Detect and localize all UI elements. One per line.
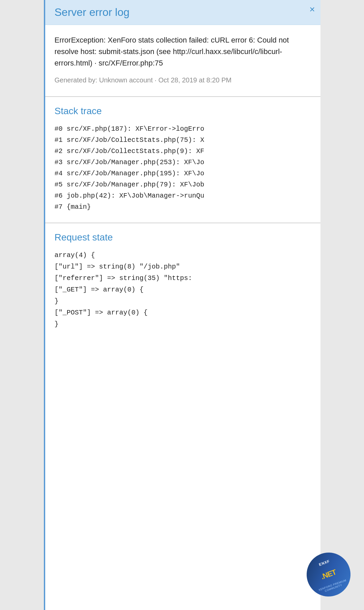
modal-container: Server error log × ErrorException: XenFo… [44,0,320,610]
request-line-5: ["_POST"] => array(0) { [55,307,311,319]
request-line-0: array(4) { [55,250,311,261]
stack-line-6: #6 job.php(42): XF\Job\Manager->runQu [55,190,311,201]
modal-header: Server error log × [45,0,320,25]
error-section: ErrorException: XenForo stats collection… [45,25,320,97]
close-button[interactable]: × [309,5,315,14]
stack-trace-section: Stack trace #0 src/XF.php(187): XF\Error… [45,97,320,223]
request-line-6: } [55,319,311,330]
error-message: ErrorException: XenForo stats collection… [55,34,311,69]
request-line-4: } [55,296,311,307]
stack-line-3: #3 src/XF/Job/Manager.php(253): XF\Jo [55,157,311,168]
error-type: ErrorException: [55,36,106,44]
error-meta: Generated by: Unknown account · Oct 28, … [55,75,311,85]
stack-line-5: #5 src/XF/Job/Manager.php(79): XF\Job [55,179,311,190]
stack-line-4: #4 src/XF/Job/Manager.php(195): XF\Jo [55,168,311,179]
request-line-1: ["url"] => string(8) "/job.php" [55,261,311,273]
watermark: ENXF .NET XENFORO PREMIUM COMMUNITY [307,553,354,600]
stack-trace-heading: Stack trace [55,106,311,117]
stack-trace-code: #0 src/XF.php(187): XF\Error->logErro #1… [55,123,311,212]
watermark-inner: ENXF .NET XENFORO PREMIUM COMMUNITY [307,553,354,600]
request-line-2: ["referrer"] => string(35) "https: [55,273,311,284]
stack-line-7: #7 {main} [55,201,311,212]
stack-line-2: #2 src/XF/Job/CollectStats.php(9): XF [55,146,311,157]
request-state-code: array(4) { ["url"] => string(8) "/job.ph… [55,250,311,330]
stack-line-0: #0 src/XF.php(187): XF\Error->logErro [55,123,311,134]
watermark-text-top: ENXF [303,553,345,572]
watermark-logo: .NET [320,568,337,581]
request-line-3: ["_GET"] => array(0) { [55,284,311,296]
watermark-circle: ENXF .NET XENFORO PREMIUM COMMUNITY [301,547,357,603]
request-state-heading: Request state [55,232,311,243]
watermark-text-bottom: XENFORO PREMIUM COMMUNITY [311,576,355,597]
stack-line-1: #1 src/XF/Job/CollectStats.php(75): X [55,134,311,146]
modal-title: Server error log [55,6,304,19]
request-state-section: Request state array(4) { ["url"] => stri… [45,223,320,340]
